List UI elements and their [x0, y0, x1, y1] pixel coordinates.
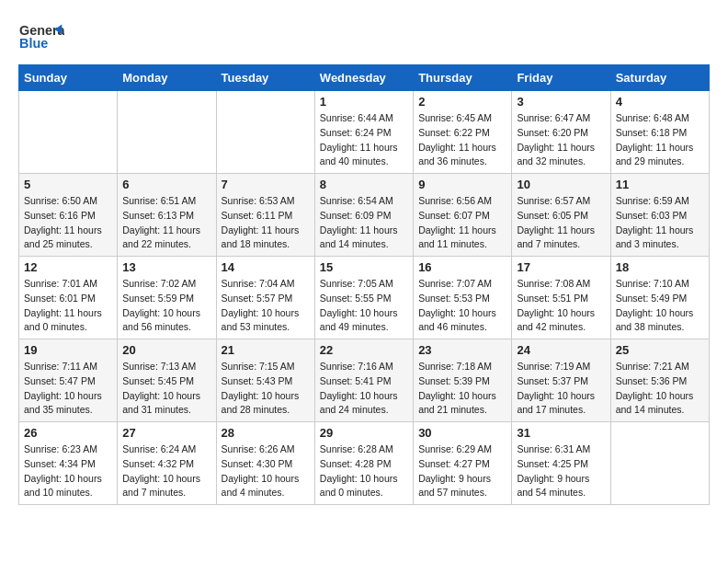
day-info: Sunrise: 6:51 AMSunset: 6:13 PMDaylight:… [122, 194, 210, 252]
calendar-cell: 13Sunrise: 7:02 AMSunset: 5:59 PMDayligh… [118, 257, 216, 339]
day-info: Sunrise: 6:54 AMSunset: 6:09 PMDaylight:… [320, 194, 408, 252]
day-number: 25 [616, 343, 704, 357]
day-number: 28 [222, 426, 310, 440]
day-number: 3 [517, 95, 605, 109]
calendar-cell: 4Sunrise: 6:48 AMSunset: 6:18 PMDaylight… [610, 91, 709, 174]
weekday-header-thursday: Thursday [414, 65, 512, 91]
day-info: Sunrise: 6:53 AMSunset: 6:11 PMDaylight:… [222, 194, 310, 252]
day-number: 13 [122, 260, 210, 274]
day-info: Sunrise: 6:44 AMSunset: 6:24 PMDaylight:… [320, 111, 408, 169]
day-info: Sunrise: 6:26 AMSunset: 4:30 PMDaylight:… [222, 442, 310, 500]
day-number: 12 [24, 260, 112, 274]
calendar-cell: 5Sunrise: 6:50 AMSunset: 6:16 PMDaylight… [19, 174, 118, 257]
day-number: 7 [222, 178, 310, 191]
calendar-cell: 25Sunrise: 7:21 AMSunset: 5:36 PMDayligh… [610, 339, 709, 422]
calendar-cell: 2Sunrise: 6:45 AMSunset: 6:22 PMDaylight… [414, 91, 512, 174]
calendar-cell: 19Sunrise: 7:11 AMSunset: 5:47 PMDayligh… [19, 339, 118, 422]
day-number: 9 [418, 178, 506, 191]
calendar-week-3: 12Sunrise: 7:01 AMSunset: 6:01 PMDayligh… [19, 257, 710, 339]
svg-text:Blue: Blue [19, 36, 48, 51]
calendar-cell [216, 91, 314, 174]
day-info: Sunrise: 6:47 AMSunset: 6:20 PMDaylight:… [517, 111, 605, 169]
calendar-cell: 9Sunrise: 6:56 AMSunset: 6:07 PMDaylight… [414, 174, 512, 257]
calendar-cell [19, 91, 118, 174]
calendar-cell: 27Sunrise: 6:24 AMSunset: 4:32 PMDayligh… [118, 422, 216, 505]
logo: General Blue [18, 18, 64, 55]
day-info: Sunrise: 7:05 AMSunset: 5:55 PMDaylight:… [320, 277, 408, 335]
day-info: Sunrise: 7:18 AMSunset: 5:39 PMDaylight:… [418, 360, 506, 418]
day-number: 17 [517, 260, 605, 274]
day-number: 29 [320, 426, 408, 440]
day-info: Sunrise: 6:57 AMSunset: 6:05 PMDaylight:… [517, 194, 605, 252]
calendar-cell: 6Sunrise: 6:51 AMSunset: 6:13 PMDaylight… [118, 174, 216, 257]
day-number: 19 [24, 343, 112, 357]
day-number: 27 [122, 426, 210, 440]
day-number: 31 [517, 426, 605, 440]
day-info: Sunrise: 7:07 AMSunset: 5:53 PMDaylight:… [418, 277, 506, 335]
day-number: 22 [320, 343, 408, 357]
day-info: Sunrise: 7:08 AMSunset: 5:51 PMDaylight:… [517, 277, 605, 335]
day-info: Sunrise: 7:13 AMSunset: 5:45 PMDaylight:… [122, 360, 210, 418]
weekday-header-wednesday: Wednesday [314, 65, 413, 91]
day-number: 30 [418, 426, 506, 440]
day-info: Sunrise: 7:10 AMSunset: 5:49 PMDaylight:… [616, 277, 704, 335]
calendar-cell: 18Sunrise: 7:10 AMSunset: 5:49 PMDayligh… [610, 257, 709, 339]
calendar-cell: 3Sunrise: 6:47 AMSunset: 6:20 PMDaylight… [512, 91, 610, 174]
calendar-cell: 28Sunrise: 6:26 AMSunset: 4:30 PMDayligh… [216, 422, 314, 505]
day-info: Sunrise: 6:23 AMSunset: 4:34 PMDaylight:… [24, 442, 112, 500]
day-info: Sunrise: 7:02 AMSunset: 5:59 PMDaylight:… [122, 277, 210, 335]
weekday-header-monday: Monday [118, 65, 216, 91]
calendar-cell: 14Sunrise: 7:04 AMSunset: 5:57 PMDayligh… [216, 257, 314, 339]
calendar-cell: 1Sunrise: 6:44 AMSunset: 6:24 PMDaylight… [314, 91, 413, 174]
day-number: 21 [222, 343, 310, 357]
day-info: Sunrise: 6:50 AMSunset: 6:16 PMDaylight:… [24, 194, 112, 252]
calendar-cell: 8Sunrise: 6:54 AMSunset: 6:09 PMDaylight… [314, 174, 413, 257]
day-info: Sunrise: 6:45 AMSunset: 6:22 PMDaylight:… [418, 111, 506, 169]
day-number: 6 [122, 178, 210, 191]
day-info: Sunrise: 6:56 AMSunset: 6:07 PMDaylight:… [418, 194, 506, 252]
day-info: Sunrise: 7:01 AMSunset: 6:01 PMDaylight:… [24, 277, 112, 335]
calendar-cell: 20Sunrise: 7:13 AMSunset: 5:45 PMDayligh… [118, 339, 216, 422]
calendar-week-5: 26Sunrise: 6:23 AMSunset: 4:34 PMDayligh… [19, 422, 710, 505]
day-number: 26 [24, 426, 112, 440]
calendar-cell [610, 422, 709, 505]
calendar-cell: 31Sunrise: 6:31 AMSunset: 4:25 PMDayligh… [512, 422, 610, 505]
calendar-cell: 17Sunrise: 7:08 AMSunset: 5:51 PMDayligh… [512, 257, 610, 339]
calendar-cell: 11Sunrise: 6:59 AMSunset: 6:03 PMDayligh… [610, 174, 709, 257]
day-number: 4 [616, 95, 704, 109]
calendar-cell: 23Sunrise: 7:18 AMSunset: 5:39 PMDayligh… [414, 339, 512, 422]
day-number: 24 [517, 343, 605, 357]
day-number: 16 [418, 260, 506, 274]
calendar-cell: 26Sunrise: 6:23 AMSunset: 4:34 PMDayligh… [19, 422, 118, 505]
calendar-table: SundayMondayTuesdayWednesdayThursdayFrid… [18, 64, 710, 505]
day-info: Sunrise: 6:29 AMSunset: 4:27 PMDaylight:… [418, 442, 506, 500]
calendar-cell: 22Sunrise: 7:16 AMSunset: 5:41 PMDayligh… [314, 339, 413, 422]
day-number: 2 [418, 95, 506, 109]
weekday-header-sunday: Sunday [19, 65, 118, 91]
calendar-cell: 7Sunrise: 6:53 AMSunset: 6:11 PMDaylight… [216, 174, 314, 257]
day-info: Sunrise: 6:59 AMSunset: 6:03 PMDaylight:… [616, 194, 704, 252]
day-number: 11 [616, 178, 704, 191]
day-number: 23 [418, 343, 506, 357]
day-number: 5 [24, 178, 112, 191]
calendar-cell [118, 91, 216, 174]
calendar-cell: 29Sunrise: 6:28 AMSunset: 4:28 PMDayligh… [314, 422, 413, 505]
calendar-week-4: 19Sunrise: 7:11 AMSunset: 5:47 PMDayligh… [19, 339, 710, 422]
day-number: 18 [616, 260, 704, 274]
day-number: 1 [320, 95, 408, 109]
logo-icon: General Blue [18, 18, 64, 55]
day-number: 14 [222, 260, 310, 274]
day-number: 10 [517, 178, 605, 191]
day-info: Sunrise: 7:21 AMSunset: 5:36 PMDaylight:… [616, 360, 704, 418]
day-info: Sunrise: 6:24 AMSunset: 4:32 PMDaylight:… [122, 442, 210, 500]
page-header: General Blue [18, 18, 710, 55]
day-info: Sunrise: 7:19 AMSunset: 5:37 PMDaylight:… [517, 360, 605, 418]
calendar-cell: 16Sunrise: 7:07 AMSunset: 5:53 PMDayligh… [414, 257, 512, 339]
day-number: 8 [320, 178, 408, 191]
day-info: Sunrise: 7:16 AMSunset: 5:41 PMDaylight:… [320, 360, 408, 418]
calendar-cell: 21Sunrise: 7:15 AMSunset: 5:43 PMDayligh… [216, 339, 314, 422]
day-info: Sunrise: 7:04 AMSunset: 5:57 PMDaylight:… [222, 277, 310, 335]
day-info: Sunrise: 6:48 AMSunset: 6:18 PMDaylight:… [616, 111, 704, 169]
day-info: Sunrise: 6:31 AMSunset: 4:25 PMDaylight:… [517, 442, 605, 500]
day-info: Sunrise: 7:15 AMSunset: 5:43 PMDaylight:… [222, 360, 310, 418]
